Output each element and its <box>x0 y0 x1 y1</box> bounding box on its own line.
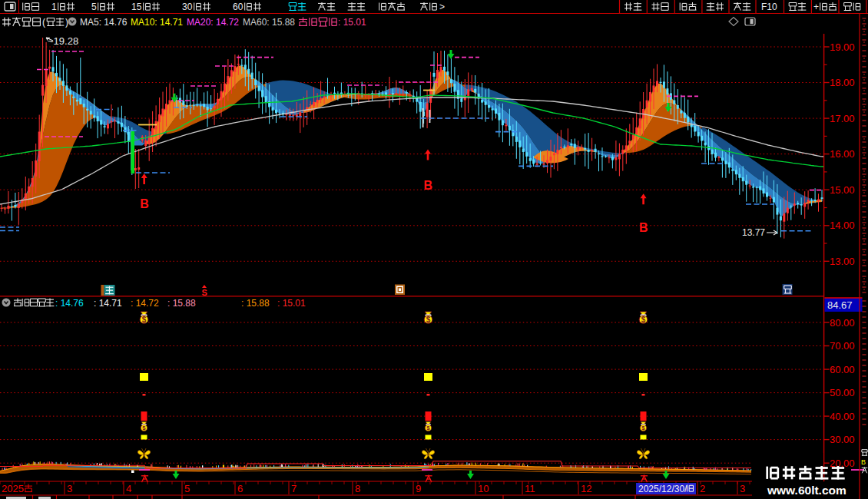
svg-text:16.00: 16.00 <box>830 148 855 160</box>
svg-text:MA20: 14.72: MA20: 14.72 <box>187 17 239 28</box>
svg-text:15.00: 15.00 <box>830 184 855 196</box>
svg-text:5: 5 <box>91 2 97 12</box>
svg-text:: 15.88: : 15.88 <box>167 298 196 309</box>
svg-text:B: B <box>140 197 149 210</box>
svg-text:S: S <box>202 288 207 297</box>
svg-text:1: 1 <box>51 2 57 12</box>
svg-text:3: 3 <box>740 483 745 494</box>
svg-text:8: 8 <box>355 483 360 494</box>
svg-text:60: 60 <box>233 2 244 12</box>
svg-text:19.00: 19.00 <box>830 41 855 53</box>
svg-text:15: 15 <box>131 2 142 12</box>
svg-text:$: $ <box>641 425 645 431</box>
svg-text:B: B <box>639 221 648 234</box>
svg-text:80.00: 80.00 <box>830 317 855 329</box>
svg-text:30.00: 30.00 <box>830 434 855 445</box>
svg-text:10: 10 <box>478 483 489 494</box>
svg-text:13.00: 13.00 <box>830 256 855 267</box>
svg-text:11: 11 <box>525 483 535 494</box>
svg-text:30: 30 <box>182 2 193 12</box>
svg-text:~19.28: ~19.28 <box>48 35 78 47</box>
svg-text:(: ( <box>42 17 45 28</box>
svg-text:6: 6 <box>237 483 243 494</box>
svg-text:F10: F10 <box>761 2 777 12</box>
svg-text:4: 4 <box>126 483 131 494</box>
svg-text:B: B <box>861 458 866 466</box>
svg-text:2025/12/30/: 2025/12/30/ <box>638 484 687 494</box>
svg-text:2: 2 <box>700 483 705 494</box>
svg-text:$: $ <box>641 316 646 324</box>
svg-text:$: $ <box>426 316 431 324</box>
svg-text:60.00: 60.00 <box>830 364 855 375</box>
svg-text:13.77: 13.77 <box>742 227 765 238</box>
svg-text:$: $ <box>142 425 146 431</box>
svg-text:: 15.01: : 15.01 <box>338 17 366 28</box>
svg-text:: 15.88: : 15.88 <box>241 298 270 309</box>
svg-text:84.67: 84.67 <box>827 299 853 311</box>
svg-text:: 15.01: : 15.01 <box>277 298 306 309</box>
svg-text:$: $ <box>426 425 430 431</box>
svg-text:MA10: 14.71: MA10: 14.71 <box>131 17 183 28</box>
svg-text:B: B <box>424 179 433 192</box>
svg-text:+: + <box>813 2 819 12</box>
svg-text:12: 12 <box>581 483 591 494</box>
svg-text:: 14.72: : 14.72 <box>131 298 159 309</box>
svg-text:5: 5 <box>184 483 190 494</box>
svg-text:70.00: 70.00 <box>830 340 855 352</box>
svg-text:: 14.76: : 14.76 <box>55 298 84 309</box>
svg-text:): ) <box>65 17 68 28</box>
svg-text:9: 9 <box>416 483 421 494</box>
svg-text:>: > <box>439 2 445 12</box>
svg-text:18.00: 18.00 <box>830 77 855 88</box>
svg-text:7: 7 <box>291 483 297 494</box>
svg-text:$: $ <box>142 316 147 324</box>
svg-text:MA60: 15.88: MA60: 15.88 <box>243 17 295 28</box>
svg-text:: 14.71: : 14.71 <box>94 298 122 309</box>
svg-text:17.00: 17.00 <box>830 113 855 124</box>
svg-text:2025: 2025 <box>2 483 24 494</box>
svg-text:www.60lt.com: www.60lt.com <box>767 484 846 497</box>
svg-text:14.00: 14.00 <box>830 220 855 231</box>
svg-text:40.00: 40.00 <box>830 411 855 422</box>
svg-text:3: 3 <box>67 483 72 494</box>
svg-text:MA5: 14.76: MA5: 14.76 <box>80 17 128 28</box>
svg-text:50.00: 50.00 <box>830 387 855 398</box>
